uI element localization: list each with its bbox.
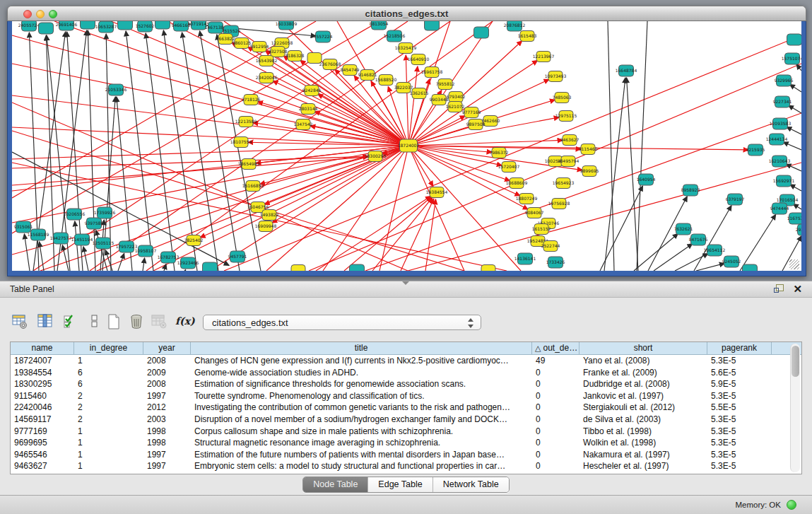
scrollbar-thumb[interactable]: [792, 346, 799, 377]
graph-node[interactable]: [39, 23, 54, 34]
column-header-pagerank[interactable]: pagerank: [707, 342, 772, 354]
graph-node-label: 8186328: [286, 53, 305, 58]
table-row[interactable]: 946362711997Embryonic stem cells: a mode…: [11, 460, 801, 472]
window-titlebar[interactable]: citations_edges.txt: [7, 6, 806, 21]
table-selector-dropdown[interactable]: citations_edges.txt: [203, 315, 481, 330]
vertical-scrollbar[interactable]: [790, 344, 800, 472]
table-cell: 0: [532, 367, 579, 379]
graph-node-label: 16543982: [256, 58, 278, 63]
table-row[interactable]: 1938455462009Genome-wide association stu…: [11, 367, 801, 379]
column-header-short[interactable]: short: [579, 342, 707, 354]
graph-node-label: 9474444: [770, 206, 789, 211]
table-cell: 2003: [143, 414, 191, 426]
table-cell: 5.3E-5: [707, 414, 772, 426]
table-row[interactable]: 2242004622012Investigating the contribut…: [11, 402, 801, 414]
graph-node[interactable]: [203, 262, 218, 271]
float-panel-icon[interactable]: [774, 284, 784, 293]
table-cell: Estimation of the future numbers of pati…: [191, 449, 532, 461]
table-settings-icon[interactable]: [11, 313, 28, 330]
table-cell: 1: [74, 449, 143, 461]
graph-node-label: 15751074: [782, 56, 801, 61]
table-row[interactable]: 911546021997Tourette syndrome. Phenomeno…: [11, 390, 801, 402]
graph-node[interactable]: [474, 27, 489, 38]
graph-node-label: 16033809: [276, 21, 298, 26]
column-header-out_de[interactable]: △ out_de…: [532, 342, 579, 354]
table-cell: Estimation of significance thresholds fo…: [191, 378, 532, 390]
column-chooser-icon[interactable]: [37, 313, 54, 330]
graph-edge: [408, 163, 801, 271]
node-table: namein_degreeyeartitle△ out_de…shortpage…: [10, 341, 802, 474]
graph-node-label: 7825402: [184, 238, 204, 243]
table-row[interactable]: 969969511998Structural magnetic resonanc…: [11, 437, 801, 449]
graph-node-label: 23676068: [319, 62, 341, 66]
graph-node-label: 11451194: [71, 237, 93, 242]
table-cell: 18300295: [11, 378, 74, 390]
table-body: 1872400712008Changes of HCN gene express…: [11, 355, 801, 472]
table-row[interactable]: 946554611997Estimation of the future num…: [11, 449, 801, 461]
graph-node[interactable]: [350, 264, 365, 271]
table-cell: 2: [74, 414, 143, 426]
status-bar: Memory: OK: [0, 495, 812, 514]
graph-node-label: 9899695: [580, 168, 599, 173]
table-cell: 0: [532, 426, 579, 438]
function-builder-icon[interactable]: f(x): [175, 315, 192, 332]
tab-network-table[interactable]: Network Table: [433, 477, 509, 492]
graph-node-label: 6793402: [447, 94, 466, 99]
table-panel-header[interactable]: Table Panel ✕: [0, 281, 812, 298]
tab-edge-table[interactable]: Edge Table: [368, 477, 433, 492]
table-cell: Nakamura et al. (1997): [579, 449, 707, 461]
graph-node-label: 12923466: [177, 260, 199, 265]
graph-node-label: 16648784: [616, 68, 637, 73]
new-table-icon[interactable]: [105, 313, 122, 330]
column-header-in_degree[interactable]: in_degree: [74, 342, 143, 354]
graph-node[interactable]: [743, 264, 758, 271]
tab-node-table[interactable]: Node Table: [303, 477, 368, 492]
graph-node-label: 9084067: [525, 210, 544, 215]
graph-node[interactable]: [155, 21, 170, 29]
table-cell: 1: [74, 437, 143, 449]
graph-node-label: 9146821: [358, 72, 377, 77]
graph-node[interactable]: [425, 21, 440, 30]
network-graph-canvas[interactable]: 2405572420691406106532871527602946616010…: [12, 21, 801, 271]
table-row[interactable]: 1872400712008Changes of HCN gene express…: [11, 355, 801, 367]
graph-node-label: 19384554: [426, 189, 448, 194]
delete-icon[interactable]: [128, 313, 145, 330]
memory-status-label: Memory: OK: [735, 501, 781, 509]
graph-node-label: 18724007: [398, 143, 420, 148]
graph-node[interactable]: [481, 265, 495, 271]
table-cell: 0: [532, 390, 579, 402]
table-cell: Jankovic et al. (1997): [579, 390, 707, 402]
graph-node[interactable]: [118, 21, 133, 30]
splitter-handle-icon[interactable]: [402, 281, 409, 285]
table-row[interactable]: 977716911998Corpus callosum shape and si…: [11, 426, 801, 438]
graph-node[interactable]: [291, 265, 305, 271]
resize-grip[interactable]: [789, 259, 799, 269]
table-row[interactable]: 1456911722003Disruption of a novel membe…: [11, 414, 801, 426]
graph-node-label: 12213967: [533, 54, 555, 59]
graph-node-label: 9115460: [579, 146, 598, 151]
close-panel-icon[interactable]: ✕: [793, 283, 802, 296]
table-cell: 1: [74, 460, 143, 472]
table-cell: 2008: [143, 355, 191, 367]
table-cell: 5.3E-5: [707, 355, 772, 367]
column-header-title[interactable]: title: [191, 342, 532, 354]
graph-edge: [143, 258, 145, 271]
row-options-icon[interactable]: [86, 313, 103, 330]
table-row[interactable]: 1830029562008Estimation of significance …: [11, 378, 801, 390]
graph-node-label: 12444134: [766, 136, 788, 141]
column-header-year[interactable]: year: [143, 342, 191, 354]
select-columns-icon[interactable]: [62, 313, 79, 330]
graph-node-label: 1347542: [294, 122, 313, 127]
table-cell: Wolkin et al. (1998): [579, 437, 707, 449]
network-canvas-frame: 2405572420691406106532871527602946616010…: [7, 21, 806, 276]
column-header-name[interactable]: name: [11, 342, 74, 354]
graph-node[interactable]: [787, 34, 802, 45]
graph-edge: [217, 35, 261, 271]
graph-edge: [83, 247, 88, 271]
graph-node-label: 23420046: [256, 75, 278, 80]
window-title: citations_edges.txt: [8, 8, 806, 19]
graph-edge: [787, 127, 801, 134]
delete-table-icon: [151, 313, 167, 330]
graph-node[interactable]: [81, 21, 95, 29]
graph-node-label: 1615152: [532, 226, 551, 231]
